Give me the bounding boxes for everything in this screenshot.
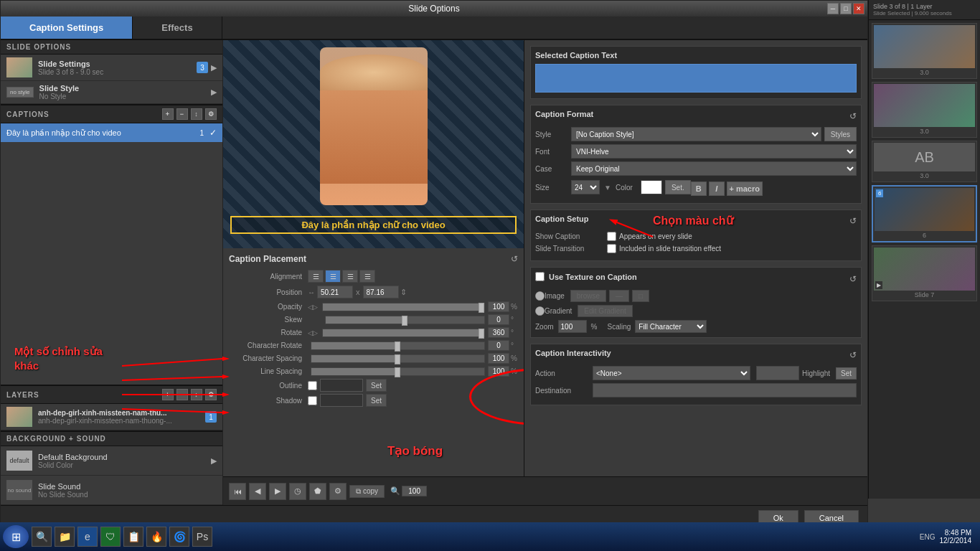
- default-bg-item[interactable]: default Default Background Solid Color ▶: [1, 446, 222, 476]
- highlight-set-btn[interactable]: Set: [836, 367, 857, 380]
- slide-settings-item[interactable]: Slide Settings Slide 3 of 8 - 9.0 sec 3 …: [1, 55, 222, 81]
- show-caption-checkbox[interactable]: [607, 232, 616, 241]
- scaling-select[interactable]: Fill Character: [635, 320, 707, 333]
- slide-transition-checkbox[interactable]: [607, 244, 616, 253]
- opacity-value: 100: [488, 301, 509, 312]
- first-slide-btn[interactable]: ⏮: [229, 483, 246, 500]
- thumb-item-7[interactable]: ▶ Slide 7: [872, 245, 977, 301]
- char-rotate-slider[interactable]: [311, 342, 485, 350]
- close-btn[interactable]: ✕: [853, 3, 864, 14]
- slide-settings-subtitle: Slide 3 of 8 - 9.0 sec: [38, 68, 197, 76]
- size-select[interactable]: 24: [571, 180, 600, 194]
- texture-box: Use Texture on Caption ↺ Image browse — …: [530, 267, 862, 338]
- case-select[interactable]: Keep Original: [571, 161, 857, 176]
- search-taskbar-btn[interactable]: 🔍: [32, 527, 52, 547]
- opacity-slider[interactable]: [322, 303, 485, 311]
- shadow-set-btn[interactable]: Set: [366, 394, 387, 407]
- line-spacing-slider[interactable]: [311, 367, 485, 376]
- title-bar: Slide Options ─ □ ✕: [1, 1, 867, 17]
- color-swatch[interactable]: [641, 180, 662, 194]
- bold-btn[interactable]: B: [691, 182, 707, 196]
- skew-unit: °: [511, 316, 518, 324]
- timer-btn[interactable]: ◷: [289, 483, 306, 500]
- style-row: Style [No Caption Style] Styles: [535, 127, 857, 141]
- shadow-checkbox[interactable]: [308, 396, 317, 405]
- thumb-item-1[interactable]: 3.0: [872, 23, 977, 79]
- outline-color-swatch[interactable]: [320, 379, 363, 392]
- caption-list-item[interactable]: Đây là phần nhập chữ cho video 1 ✓: [1, 123, 222, 142]
- format-refresh-icon[interactable]: ↺: [849, 111, 857, 121]
- thumb-item-3[interactable]: AB 3.0: [872, 141, 977, 182]
- setup-refresh-icon[interactable]: ↺: [849, 216, 857, 226]
- outline-set-btn[interactable]: Set: [366, 379, 387, 392]
- start-btn[interactable]: ⊞: [3, 525, 29, 548]
- destination-input[interactable]: [593, 383, 857, 397]
- copy-btn[interactable]: ⧉ copy: [349, 485, 385, 498]
- app-btn-3[interactable]: 🌀: [169, 527, 189, 547]
- outline-checkbox[interactable]: [308, 381, 317, 390]
- slide-sound-item[interactable]: no sound Slide Sound No Slide Sound: [1, 476, 222, 505]
- caption-check-icon[interactable]: ✓: [209, 128, 217, 138]
- shadow-label: Shadow: [229, 397, 308, 405]
- align-left-btn[interactable]: ☰: [308, 270, 324, 283]
- layer-settings-btn[interactable]: ⚙: [205, 389, 217, 400]
- caption-settings-btn[interactable]: ⚙: [205, 108, 217, 120]
- app-btn-2[interactable]: 🔥: [146, 527, 166, 547]
- style-select[interactable]: [No Caption Style]: [571, 127, 821, 141]
- prev-slide-btn[interactable]: ◀: [249, 483, 266, 500]
- styles-btn[interactable]: Styles: [824, 127, 857, 141]
- action-select[interactable]: <None>: [593, 366, 750, 380]
- slide-style-subtitle: No Style: [39, 93, 208, 100]
- texture-refresh-icon[interactable]: ↺: [849, 274, 857, 284]
- caption-text-area[interactable]: [535, 64, 857, 93]
- maximize-btn[interactable]: □: [840, 3, 852, 14]
- align-center-btn[interactable]: ☰: [325, 270, 341, 283]
- char-spacing-slider[interactable]: [311, 354, 485, 363]
- caption-remove-btn[interactable]: −: [176, 108, 188, 120]
- layer-remove-btn[interactable]: −: [176, 389, 188, 400]
- minimize-btn[interactable]: ─: [827, 3, 839, 14]
- slide-badge: 3: [197, 62, 208, 73]
- gradient-radio[interactable]: [535, 306, 545, 316]
- position-y-input[interactable]: [363, 286, 399, 298]
- slide-style-item[interactable]: no style Slide Style No Style ▶: [1, 81, 222, 104]
- rotate-slider[interactable]: [322, 329, 485, 337]
- tab-effects[interactable]: Effects: [133, 17, 222, 39]
- thumb-label-1: 3.0: [874, 68, 975, 77]
- macro-btn[interactable]: + macro: [727, 182, 763, 196]
- slide-thumb: [6, 57, 32, 77]
- caption-move-btn[interactable]: ↕: [191, 108, 202, 120]
- skew-slider[interactable]: [325, 316, 485, 324]
- play-btn[interactable]: ▶: [269, 483, 286, 500]
- caption-add-btn[interactable]: +: [162, 108, 174, 120]
- thumb-item-current[interactable]: 6 6: [872, 185, 977, 242]
- position-x-input[interactable]: [317, 286, 353, 298]
- settings-toolbar-btn[interactable]: ⚙: [329, 483, 347, 500]
- layer-add-btn[interactable]: +: [162, 389, 174, 400]
- layers-header: LAYERS + − ↕ ⚙: [1, 386, 222, 404]
- font-select[interactable]: VNI-Helve: [571, 144, 857, 159]
- file-explorer-btn[interactable]: 📁: [55, 527, 75, 547]
- align-justify-btn[interactable]: ☰: [359, 270, 375, 283]
- interactivity-refresh-icon[interactable]: ↺: [849, 350, 857, 360]
- texture-checkbox[interactable]: [535, 272, 545, 281]
- thumb-item-2[interactable]: 3.0: [872, 82, 977, 138]
- italic-btn[interactable]: I: [709, 182, 725, 196]
- shadow-color-swatch[interactable]: [320, 394, 363, 407]
- image-radio[interactable]: [535, 291, 545, 301]
- image-radio-label: Image: [545, 292, 565, 300]
- app-btn-4[interactable]: Ps: [192, 527, 212, 547]
- zoom-input[interactable]: [558, 320, 587, 333]
- bookmark-btn[interactable]: ⬟: [309, 483, 326, 500]
- layer-move-btn[interactable]: ↕: [191, 389, 202, 400]
- tab-caption-settings[interactable]: Caption Settings: [1, 17, 133, 39]
- color-set-btn[interactable]: Set.: [665, 180, 691, 194]
- placement-refresh-icon[interactable]: ↺: [511, 254, 518, 264]
- slide-sound-thumb: no sound: [6, 480, 32, 500]
- windows-security-btn[interactable]: 🛡: [100, 527, 121, 547]
- slide-transition-row: Slide Transition Included in slide trans…: [535, 244, 857, 253]
- app-btn-1[interactable]: 📋: [123, 527, 143, 547]
- layer-item[interactable]: anh-dep-girl-xinh-missteen-nam-thu... an…: [1, 404, 222, 430]
- align-right-btn[interactable]: ☰: [342, 270, 358, 283]
- ie-btn[interactable]: e: [77, 527, 98, 547]
